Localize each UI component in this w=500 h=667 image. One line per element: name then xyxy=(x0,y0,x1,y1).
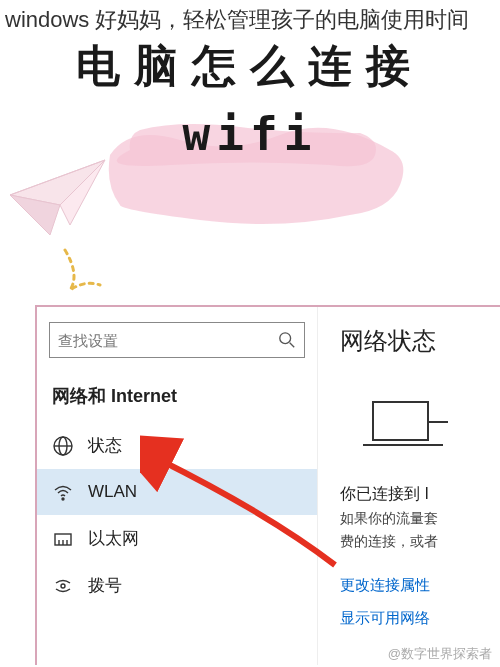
status-sub1: 如果你的流量套 xyxy=(340,507,500,531)
main-title-line2: wifi xyxy=(0,97,500,166)
svg-line-5 xyxy=(290,343,295,348)
status-panel: 网络状态 你已连接到 I 如果你的流量套 费的连接，或者 更改连接属性 显示可用… xyxy=(317,307,500,665)
search-box[interactable] xyxy=(49,322,305,358)
sidebar-item-label: WLAN xyxy=(88,482,137,502)
search-icon xyxy=(278,331,296,349)
wifi-icon xyxy=(52,481,74,503)
svg-point-14 xyxy=(61,584,65,588)
dialup-icon xyxy=(52,575,74,597)
show-networks-link[interactable]: 显示可用网络 xyxy=(340,609,500,628)
svg-point-9 xyxy=(62,498,64,500)
sidebar-item-dialup[interactable]: 拨号 xyxy=(37,562,317,609)
sidebar-item-ethernet[interactable]: 以太网 xyxy=(37,515,317,562)
watermark: @数字世界探索者 xyxy=(388,645,492,663)
search-input[interactable] xyxy=(58,332,278,349)
sidebar-item-label: 以太网 xyxy=(88,527,139,550)
svg-point-4 xyxy=(280,333,291,344)
svg-rect-15 xyxy=(373,402,428,440)
ethernet-icon xyxy=(52,528,74,550)
main-title-line1: 电脑怎么连接 xyxy=(0,30,500,97)
status-title: 网络状态 xyxy=(340,325,500,357)
status-sub2: 费的连接，或者 xyxy=(340,530,500,554)
change-properties-link[interactable]: 更改连接属性 xyxy=(340,576,500,595)
settings-sidebar: 网络和 Internet 状态 WLAN xyxy=(37,307,317,665)
promo-header: windows 好妈妈，轻松管理孩子的电脑使用时间 xyxy=(5,5,469,36)
section-header: 网络和 Internet xyxy=(37,376,317,422)
plane-trail xyxy=(60,245,120,295)
sidebar-item-wlan[interactable]: WLAN xyxy=(37,469,317,515)
sidebar-item-label: 拨号 xyxy=(88,574,122,597)
sidebar-item-status[interactable]: 状态 xyxy=(37,422,317,469)
settings-window: 网络和 Internet 状态 WLAN xyxy=(35,305,500,665)
laptop-icon xyxy=(358,397,448,457)
connected-text: 你已连接到 I xyxy=(340,481,500,507)
globe-icon xyxy=(52,435,74,457)
sidebar-item-label: 状态 xyxy=(88,434,122,457)
title-block: 电脑怎么连接 wifi xyxy=(0,30,500,166)
